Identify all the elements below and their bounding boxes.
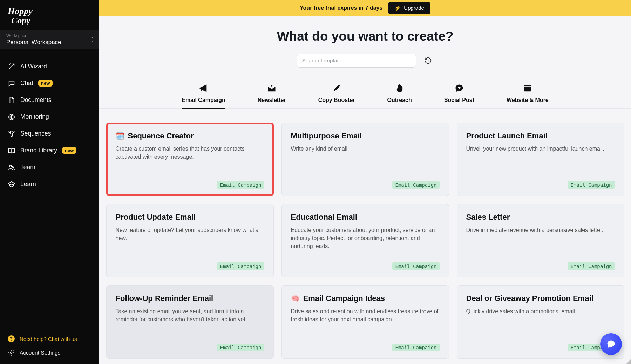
search-row bbox=[99, 54, 631, 68]
sidebar-item-learn[interactable]: Learn bbox=[3, 177, 96, 192]
upgrade-label: Upgrade bbox=[404, 5, 424, 11]
tab-social-post[interactable]: Social Post bbox=[444, 83, 474, 108]
chat-icon bbox=[8, 80, 15, 87]
card-title: Deal or Giveaway Promotion Email bbox=[466, 294, 593, 303]
resize-handle-icon bbox=[626, 359, 631, 364]
new-badge: new bbox=[62, 147, 76, 154]
card-tag: Email Campaign bbox=[217, 262, 264, 270]
nav-label: Monitoring bbox=[20, 113, 49, 121]
rocket-icon bbox=[331, 83, 342, 94]
chevron-updown-icon: ⌃⌄ bbox=[90, 37, 94, 42]
help-label: Need help? Chat with us bbox=[20, 336, 77, 342]
sidebar-item-ai-wizard[interactable]: AI Wizard bbox=[3, 59, 96, 74]
card-desc: Quickly drive sales with a promotional e… bbox=[466, 307, 615, 315]
card-desc: Write any kind of email! bbox=[291, 145, 440, 153]
category-tabs: Email Campaign Newsletter Copy Booster O… bbox=[99, 83, 631, 109]
card-desc: Educate your customers about your produc… bbox=[291, 226, 440, 250]
tab-outreach[interactable]: Outreach bbox=[387, 83, 412, 108]
card-title: Educational Email bbox=[291, 213, 358, 222]
sidebar-nav: AI Wizard Chat new Documents Monitoring … bbox=[0, 49, 99, 201]
graduation-icon bbox=[8, 180, 15, 188]
sidebar-item-documents[interactable]: Documents bbox=[3, 93, 96, 108]
sidebar-item-chat[interactable]: Chat new bbox=[3, 76, 96, 91]
tab-newsletter[interactable]: Newsletter bbox=[258, 83, 286, 108]
content-scroll: What do you want to create? Email Campai… bbox=[99, 16, 631, 364]
svg-point-1 bbox=[10, 115, 13, 118]
account-settings-link[interactable]: Account Settings bbox=[3, 346, 96, 359]
sidebar-item-sequences[interactable]: Sequences bbox=[3, 126, 96, 141]
search-input[interactable] bbox=[297, 54, 416, 68]
chat-widget-button[interactable] bbox=[600, 333, 622, 355]
card-title: Product Update Email bbox=[116, 213, 196, 222]
sidebar-item-monitoring[interactable]: Monitoring bbox=[3, 110, 96, 124]
speech-heart-icon bbox=[454, 83, 464, 94]
card-desc: New feature or update? Let your subscrib… bbox=[116, 226, 264, 242]
card-product-update-email[interactable]: Product Update Email New feature or upda… bbox=[106, 204, 274, 277]
card-title: Follow-Up Reminder Email bbox=[116, 294, 213, 303]
sidebar-item-team[interactable]: Team bbox=[3, 160, 96, 175]
wand-icon bbox=[8, 63, 15, 70]
card-sequence-creator[interactable]: 🗓️Sequence Creator Create a custom email… bbox=[106, 123, 274, 196]
envelope-heart-icon bbox=[266, 83, 277, 94]
svg-point-6 bbox=[10, 165, 12, 167]
card-desc: Take an existing email you've sent, and … bbox=[116, 307, 264, 323]
card-email-campaign-ideas[interactable]: 🧠Email Campaign Ideas Drive sales and re… bbox=[281, 285, 449, 359]
card-title: Email Campaign Ideas bbox=[303, 294, 385, 303]
card-desc: Drive immediate revenue with a persuasiv… bbox=[466, 226, 615, 234]
nav-label: Team bbox=[20, 164, 35, 171]
bolt-icon: ⚡ bbox=[394, 5, 401, 11]
calendar-icon: 🗓️ bbox=[116, 132, 124, 139]
card-desc: Drive sales and retention with and endle… bbox=[291, 307, 440, 323]
sidebar: HoppyCopy Workspace Personal Workspace ⌃… bbox=[0, 0, 99, 364]
page-title: What do you want to create? bbox=[99, 29, 631, 44]
main-area: Your free trial expires in 7 days ⚡ Upgr… bbox=[99, 0, 631, 364]
card-tag: Email Campaign bbox=[392, 181, 439, 189]
history-icon bbox=[424, 57, 432, 64]
card-desc: Unveil your new product with an impactfu… bbox=[466, 145, 615, 153]
trial-banner: Your free trial expires in 7 days ⚡ Upgr… bbox=[99, 0, 631, 16]
tab-label: Outreach bbox=[387, 97, 412, 103]
nav-label: Documents bbox=[20, 96, 52, 104]
card-product-launch-email[interactable]: Product Launch Email Unveil your new pro… bbox=[457, 123, 624, 196]
card-tag: Email Campaign bbox=[217, 344, 264, 351]
workspace-name: Personal Workspace bbox=[6, 39, 93, 46]
trial-text: Your free trial expires in 7 days bbox=[300, 5, 382, 11]
card-multipurpose-email[interactable]: Multipurpose Email Write any kind of ema… bbox=[281, 123, 449, 196]
svg-point-8 bbox=[11, 352, 12, 354]
tab-label: Email Campaign bbox=[182, 97, 225, 103]
brain-icon: 🧠 bbox=[291, 295, 300, 302]
tab-copy-booster[interactable]: Copy Booster bbox=[318, 83, 355, 108]
workspace-selector[interactable]: Workspace Personal Workspace ⌃⌄ bbox=[0, 30, 99, 49]
help-chat-link[interactable]: ? Need help? Chat with us bbox=[3, 332, 96, 345]
new-badge: new bbox=[38, 80, 53, 87]
card-tag: Email Campaign bbox=[568, 262, 615, 270]
chat-bubble-icon bbox=[606, 339, 616, 349]
upgrade-button[interactable]: ⚡ Upgrade bbox=[388, 2, 430, 14]
card-sales-letter[interactable]: Sales Letter Drive immediate revenue wit… bbox=[457, 204, 624, 277]
tab-website-more[interactable]: Website & More bbox=[507, 83, 549, 108]
tab-email-campaign[interactable]: Email Campaign bbox=[182, 83, 225, 108]
sidebar-item-brand-library[interactable]: Brand Library new bbox=[3, 143, 96, 158]
settings-label: Account Settings bbox=[20, 350, 60, 356]
tab-label: Newsletter bbox=[258, 97, 286, 103]
nav-label: Brand Library bbox=[20, 147, 57, 154]
card-title: Multipurpose Email bbox=[291, 131, 362, 140]
card-deal-giveaway-promotion-email[interactable]: Deal or Giveaway Promotion Email Quickly… bbox=[457, 285, 624, 359]
book-icon bbox=[8, 147, 15, 154]
team-icon bbox=[8, 164, 15, 171]
gear-icon bbox=[8, 349, 15, 356]
nodes-icon bbox=[8, 130, 15, 138]
nav-label: Chat bbox=[20, 80, 33, 87]
target-icon bbox=[8, 113, 15, 121]
card-title: Product Launch Email bbox=[466, 131, 548, 140]
nav-label: AI Wizard bbox=[20, 63, 47, 70]
card-educational-email[interactable]: Educational Email Educate your customers… bbox=[281, 204, 449, 277]
history-button[interactable] bbox=[422, 55, 434, 66]
document-icon bbox=[8, 96, 15, 104]
card-tag: Email Campaign bbox=[217, 181, 264, 189]
workspace-label: Workspace bbox=[6, 33, 93, 38]
card-follow-up-reminder-email[interactable]: Follow-Up Reminder Email Take an existin… bbox=[106, 285, 274, 359]
hand-icon bbox=[394, 83, 405, 94]
help-icon: ? bbox=[8, 335, 15, 342]
tab-label: Website & More bbox=[507, 97, 549, 103]
